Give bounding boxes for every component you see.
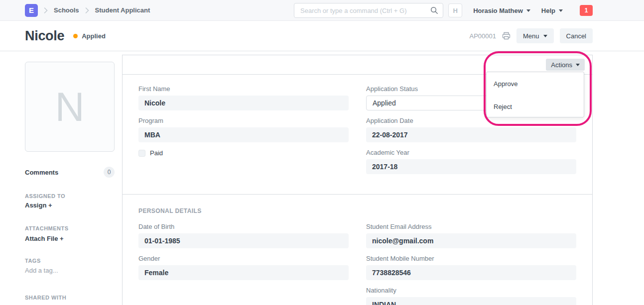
field-value: Nicole — [138, 96, 349, 110]
field-label: Student Email Address — [366, 223, 576, 230]
field-student-mobile: Student Mobile Number 7738828546 — [366, 255, 576, 280]
print-icon[interactable] — [502, 32, 511, 40]
user-image-placeholder[interactable]: N — [25, 62, 115, 152]
page-title: Nicole — [25, 28, 64, 44]
tags-heading: TAGS — [25, 258, 41, 264]
field-program: Program MBA — [138, 117, 349, 142]
caret-down-icon — [543, 35, 547, 37]
field-nationality: Nationality INDIAN — [366, 287, 576, 305]
status-dot-icon — [73, 34, 78, 38]
field-value: nicole@gmail.com — [366, 233, 576, 248]
field-application-date: Application Date 22-08-2017 — [366, 117, 576, 142]
caret-down-icon — [576, 64, 580, 66]
assigned-to-heading: ASSIGNED TO — [25, 193, 65, 199]
field-first-name: First Name Nicole — [138, 86, 349, 110]
chevron-right-icon — [44, 7, 48, 13]
document-id: AP00001 — [470, 32, 497, 40]
notification-badge[interactable]: 1 — [580, 5, 593, 16]
field-value: 22-08-2017 — [366, 127, 576, 142]
user-menu[interactable]: Horasio Mathew — [473, 7, 530, 14]
field-label: Academic Year — [366, 149, 576, 156]
menu-button-label: Menu — [523, 32, 539, 40]
help-label: Help — [541, 7, 555, 14]
field-value: Female — [138, 265, 349, 280]
head-actions: AP00001 Menu Cancel — [470, 28, 593, 43]
field-label: Program — [138, 117, 349, 124]
field-value: INDIAN — [366, 297, 576, 305]
menu-item-reject[interactable]: Reject — [487, 95, 584, 118]
chevron-right-icon — [85, 7, 89, 13]
paid-checkbox-label: Paid — [150, 149, 163, 157]
shared-with-heading: SHARED WITH — [25, 295, 66, 301]
attachments-heading: ATTACHMENTS — [25, 225, 69, 231]
status-badge: Applied — [82, 32, 106, 40]
comments-count-badge: 0 — [104, 167, 115, 178]
field-gender: Gender Female — [138, 255, 349, 280]
comments-row: Comments 0 — [25, 167, 115, 178]
comments-label[interactable]: Comments — [25, 169, 58, 176]
field-academic-year: Academic Year 2017-18 — [366, 149, 576, 174]
cancel-button[interactable]: Cancel — [560, 28, 593, 43]
breadcrumb-item-student-applicant[interactable]: Student Applicant — [95, 6, 150, 14]
search-input[interactable] — [294, 3, 443, 18]
field-value: MBA — [138, 127, 349, 142]
actions-button-label: Actions — [551, 61, 572, 69]
paid-checkbox-row[interactable]: Paid — [138, 149, 349, 157]
field-date-of-birth: Date of Birth 01-01-1985 — [138, 223, 349, 248]
field-label: Date of Birth — [138, 223, 349, 230]
actions-dropdown-menu: Approve Reject — [486, 72, 584, 117]
field-label: Gender — [138, 255, 349, 262]
assign-button[interactable]: Assign + — [25, 202, 52, 209]
form-column-left: First Name Nicole Program MBA Paid — [138, 86, 349, 181]
breadcrumb-item-schools[interactable]: Schools — [54, 6, 79, 14]
field-value: 01-01-1985 — [138, 233, 349, 248]
help-menu[interactable]: Help — [541, 7, 563, 14]
field-label: Nationality — [366, 287, 576, 294]
user-avatar[interactable]: H — [448, 3, 462, 17]
attach-file-button[interactable]: Attach File + — [25, 235, 64, 242]
field-value: 7738828546 — [366, 265, 576, 280]
page-head: Nicole Applied AP00001 Menu Cancel — [0, 21, 644, 51]
form-section-personal-details: PERSONAL DETAILS Date of Birth 01-01-198… — [123, 195, 592, 305]
form-column-right: Student Email Address nicole@gmail.com S… — [366, 223, 576, 305]
search-icon[interactable] — [430, 6, 438, 16]
menu-button[interactable]: Menu — [516, 28, 554, 43]
field-label: First Name — [138, 86, 349, 92]
actions-button[interactable]: Actions — [546, 59, 585, 71]
form-column-left: Date of Birth 01-01-1985 Gender Female — [138, 223, 349, 305]
user-name: Horasio Mathew — [473, 7, 523, 14]
add-tag-input[interactable]: Add a tag... — [25, 267, 58, 274]
field-student-email: Student Email Address nicole@gmail.com — [366, 223, 576, 248]
field-label: Student Mobile Number — [366, 255, 576, 262]
caret-down-icon — [559, 9, 563, 12]
app-logo[interactable]: E — [25, 4, 38, 17]
caret-down-icon — [526, 9, 530, 12]
global-search — [294, 3, 443, 18]
section-heading: PERSONAL DETAILS — [138, 208, 576, 214]
student-applicant-page: E Schools Student Applicant H Horasio Ma… — [0, 0, 644, 305]
field-label: Application Date — [366, 117, 576, 124]
checkbox-icon[interactable] — [138, 150, 145, 157]
cancel-button-label: Cancel — [566, 32, 586, 40]
menu-item-approve[interactable]: Approve — [487, 72, 584, 95]
field-value: 2017-18 — [366, 159, 576, 174]
status-indicator: Applied — [73, 32, 106, 40]
navbar-right: H Horasio Mathew Help — [448, 0, 593, 21]
navbar: E Schools Student Applicant H Horasio Ma… — [0, 0, 644, 21]
user-image-letter: N — [55, 84, 84, 130]
